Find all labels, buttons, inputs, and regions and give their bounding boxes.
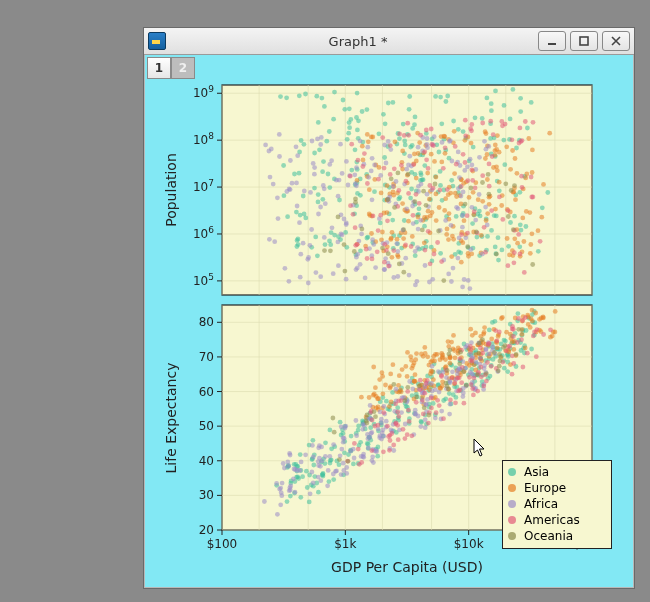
tab-page-2[interactable]: 2 [171,57,195,79]
svg-point-1380 [318,464,323,469]
svg-text:60: 60 [199,385,214,399]
svg-point-551 [468,286,473,291]
svg-point-617 [277,154,282,159]
svg-point-443 [484,218,489,223]
svg-point-960 [516,311,521,316]
svg-point-249 [378,221,383,226]
svg-point-46 [323,242,328,247]
svg-point-777 [378,213,383,218]
svg-point-58 [382,155,387,160]
svg-point-1224 [422,345,427,350]
svg-point-167 [408,145,413,150]
svg-point-39 [301,194,306,199]
svg-point-1379 [325,483,330,488]
svg-point-1598 [434,410,439,415]
svg-point-1607 [357,462,362,467]
svg-point-1637 [427,413,432,418]
svg-point-863 [505,369,510,374]
svg-point-908 [298,452,303,457]
svg-point-692 [463,118,468,123]
svg-point-423 [434,175,439,180]
plot-area[interactable]: Population Life Expectancy GDP Per Capit… [152,80,626,580]
svg-point-395 [485,152,490,157]
svg-point-602 [294,181,299,186]
svg-point-1354 [436,369,441,374]
svg-point-793 [470,178,475,183]
svg-point-1497 [494,339,499,344]
svg-point-635 [447,139,452,144]
svg-point-168 [347,120,352,125]
window-title: Graph1 * [172,34,544,49]
svg-point-570 [318,274,323,279]
svg-point-1046 [441,398,446,403]
svg-point-1451 [484,347,489,352]
svg-point-68 [524,224,529,229]
minimize-button[interactable] [538,31,566,51]
svg-point-462 [385,183,390,188]
svg-point-111 [324,139,329,144]
svg-point-1642 [461,369,466,374]
maximize-button[interactable] [570,31,598,51]
svg-point-350 [366,139,371,144]
svg-point-311 [432,159,437,164]
svg-point-189 [316,192,321,197]
svg-point-323 [505,236,510,241]
svg-point-538 [336,194,341,199]
svg-point-809 [397,262,402,267]
close-button[interactable] [602,31,630,51]
svg-point-852 [384,399,389,404]
ylabel-top: Population [163,153,179,227]
svg-point-1339 [282,466,287,471]
svg-point-555 [440,140,445,145]
svg-point-1177 [389,400,394,405]
svg-point-50 [438,183,443,188]
svg-point-816 [396,171,401,176]
svg-point-239 [320,197,325,202]
svg-point-933 [338,420,343,425]
svg-point-224 [302,142,307,147]
svg-point-629 [411,221,416,226]
svg-point-1446 [450,369,455,374]
svg-point-267 [413,253,418,258]
svg-point-386 [459,202,464,207]
svg-point-706 [411,162,416,167]
svg-point-1383 [285,460,290,465]
svg-point-77 [312,186,317,191]
svg-point-1062 [502,366,507,371]
svg-point-1462 [277,487,282,492]
svg-point-1421 [382,404,387,409]
svg-point-761 [405,121,410,126]
svg-point-470 [396,254,401,259]
svg-point-1617 [391,382,396,387]
svg-point-283 [372,189,377,194]
svg-point-500 [314,270,319,275]
svg-point-196 [449,178,454,183]
svg-point-452 [467,195,472,200]
svg-point-1179 [396,383,401,388]
svg-point-473 [522,239,527,244]
svg-point-522 [267,149,272,154]
svg-point-1624 [516,327,521,332]
svg-point-1413 [326,468,331,473]
svg-point-991 [375,454,380,459]
svg-point-1420 [369,430,374,435]
svg-point-1565 [475,389,480,394]
svg-point-1355 [468,370,473,375]
svg-point-1223 [482,330,487,335]
svg-point-160 [298,213,303,218]
svg-point-1018 [316,490,321,495]
svg-point-186 [284,95,289,100]
svg-text:106: 106 [193,225,214,241]
svg-point-740 [382,260,387,265]
svg-point-1288 [423,351,428,356]
svg-point-694 [348,203,353,208]
svg-point-674 [306,255,311,260]
svg-point-1639 [414,395,419,400]
svg-point-689 [480,121,485,126]
svg-point-1476 [339,472,344,477]
svg-point-1069 [328,458,333,463]
svg-point-490 [323,201,328,206]
svg-point-553 [418,218,423,223]
tab-page-1[interactable]: 1 [147,57,171,79]
svg-point-1361 [318,478,323,483]
